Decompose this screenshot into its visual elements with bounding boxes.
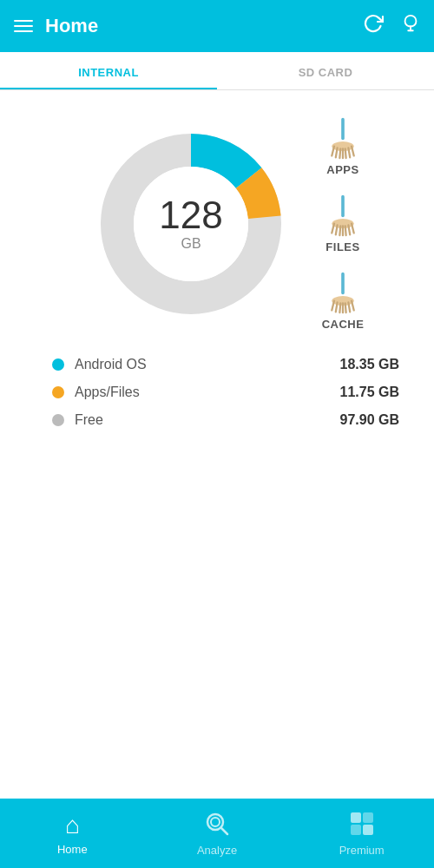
menu-icon[interactable] bbox=[14, 20, 33, 32]
home-label: Home bbox=[57, 843, 88, 856]
svg-line-23 bbox=[352, 224, 354, 233]
bottom-nav-premium[interactable]: Premium bbox=[289, 811, 434, 857]
bottom-navigation: ⌂ Home Analyze Premium bbox=[0, 799, 434, 868]
svg-line-17 bbox=[332, 224, 334, 233]
svg-rect-24 bbox=[341, 273, 345, 294]
apps-files-value: 11.75 GB bbox=[340, 385, 399, 400]
cache-button[interactable]: CACHE bbox=[321, 271, 365, 331]
tab-bar: INTERNAL SD CARD bbox=[0, 52, 434, 90]
tab-sdcard[interactable]: SD CARD bbox=[217, 52, 434, 89]
bottom-nav-home[interactable]: ⌂ Home bbox=[0, 812, 145, 856]
files-label: FILES bbox=[326, 240, 359, 253]
apps-button[interactable]: APPS bbox=[321, 116, 365, 176]
svg-rect-39 bbox=[363, 825, 373, 835]
svg-rect-36 bbox=[351, 812, 361, 823]
tab-internal[interactable]: INTERNAL bbox=[0, 52, 217, 89]
legend-row-android: Android OS 18.35 GB bbox=[52, 357, 399, 372]
svg-line-8 bbox=[332, 147, 334, 156]
svg-rect-15 bbox=[341, 195, 345, 217]
storage-unit: GB bbox=[159, 236, 222, 252]
svg-point-34 bbox=[211, 818, 220, 826]
premium-icon bbox=[349, 811, 375, 840]
legend-row-apps: Apps/Files 11.75 GB bbox=[52, 385, 399, 400]
free-dot bbox=[52, 414, 64, 426]
files-button[interactable]: FILES bbox=[321, 194, 365, 253]
main-content: 128 GB bbox=[0, 90, 434, 802]
apps-files-dot bbox=[52, 386, 64, 398]
donut-center: 128 GB bbox=[159, 196, 222, 252]
legend: Android OS 18.35 GB Apps/Files 11.75 GB … bbox=[0, 339, 434, 437]
svg-line-35 bbox=[221, 828, 227, 834]
nav-right bbox=[363, 13, 420, 39]
svg-line-19 bbox=[339, 226, 340, 235]
bottom-nav-analyze[interactable]: Analyze bbox=[145, 811, 290, 857]
home-icon: ⌂ bbox=[65, 812, 80, 839]
apps-label: APPS bbox=[326, 163, 358, 176]
storage-total: 128 bbox=[159, 196, 222, 234]
legend-row-free: Free 97.90 GB bbox=[52, 412, 399, 428]
bulb-icon[interactable] bbox=[401, 14, 420, 38]
premium-label: Premium bbox=[339, 844, 385, 857]
refresh-icon[interactable] bbox=[363, 13, 384, 39]
svg-line-32 bbox=[352, 301, 354, 311]
broom-apps-icon bbox=[321, 116, 365, 160]
nav-left: Home bbox=[14, 15, 98, 37]
svg-line-14 bbox=[352, 147, 354, 156]
svg-line-12 bbox=[345, 148, 346, 158]
analyze-icon bbox=[204, 811, 230, 840]
svg-line-21 bbox=[345, 226, 346, 235]
svg-line-26 bbox=[332, 301, 334, 311]
svg-line-30 bbox=[345, 303, 346, 312]
svg-line-28 bbox=[339, 303, 340, 312]
free-label: Free bbox=[75, 412, 330, 428]
donut-chart: 128 GB bbox=[87, 120, 295, 328]
android-os-dot bbox=[52, 358, 64, 371]
svg-rect-6 bbox=[341, 118, 345, 140]
cache-label: CACHE bbox=[322, 318, 365, 331]
app-title: Home bbox=[45, 15, 98, 37]
broom-cache-icon bbox=[321, 271, 365, 314]
apps-files-label: Apps/Files bbox=[75, 385, 330, 400]
svg-rect-38 bbox=[351, 825, 361, 835]
top-navigation: Home bbox=[0, 0, 434, 52]
right-icons: APPS FILES bbox=[321, 116, 365, 331]
free-value: 97.90 GB bbox=[340, 412, 399, 428]
android-os-value: 18.35 GB bbox=[340, 357, 399, 372]
svg-line-10 bbox=[339, 148, 340, 158]
svg-rect-37 bbox=[363, 812, 373, 823]
chart-area: 128 GB bbox=[0, 108, 434, 339]
analyze-label: Analyze bbox=[197, 844, 237, 857]
android-os-label: Android OS bbox=[75, 357, 330, 372]
broom-files-icon bbox=[321, 194, 365, 237]
